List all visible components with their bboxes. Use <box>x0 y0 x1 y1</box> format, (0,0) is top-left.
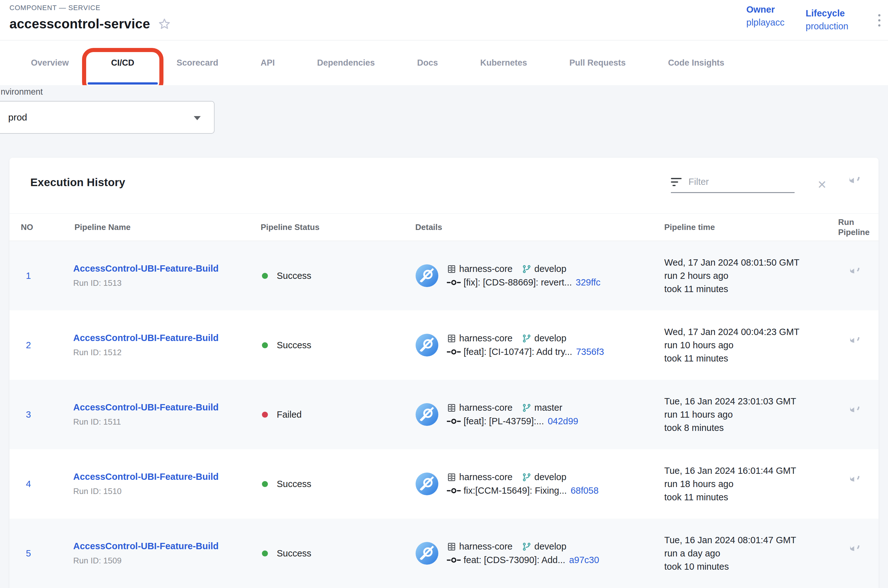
pipeline-name-link[interactable]: AccessControl-UBI-Feature-Build <box>73 541 219 551</box>
status-dot <box>262 412 268 418</box>
repository-icon <box>447 542 456 551</box>
more-options-kebab-icon[interactable] <box>873 10 885 30</box>
pipeline-time: Tue, 16 Jan 2024 23:01:03 GMT run 11 hou… <box>663 394 836 434</box>
git-commit-icon <box>447 348 461 356</box>
col-pipeline-status: Pipeline Status <box>259 222 413 232</box>
pipeline-time: Tue, 16 Jan 2024 16:01:44 GMT run 18 hou… <box>663 464 836 504</box>
branch-name: master <box>534 402 562 413</box>
run-pipeline-icon[interactable] <box>850 406 865 421</box>
tab-cicd[interactable]: CI/CD <box>100 40 145 85</box>
git-branch-icon <box>522 403 531 412</box>
tab-overview[interactable]: Overview <box>20 40 80 85</box>
harness-ci-module-icon[interactable] <box>415 542 439 565</box>
clear-filter-icon[interactable]: ✕ <box>817 179 827 190</box>
git-commit-icon <box>447 556 461 564</box>
status-label: Success <box>277 271 311 281</box>
col-pipeline-time: Pipeline time <box>663 222 836 232</box>
run-id: Run ID: 1509 <box>73 556 259 566</box>
pipeline-name-link[interactable]: AccessControl-UBI-Feature-Build <box>73 402 219 412</box>
pipeline-name-link[interactable]: AccessControl-UBI-Feature-Build <box>73 263 219 274</box>
table-header-row: NO Pipeline Name Pipeline Status Details… <box>9 213 879 241</box>
filter-icon <box>671 178 682 186</box>
commit-message: [feat]: [CI-10747]: Add try... <box>464 346 572 357</box>
status-label: Success <box>277 548 311 559</box>
tab-api[interactable]: API <box>250 40 285 85</box>
pipeline-time: Wed, 17 Jan 2024 00:04:23 GMT run 10 hou… <box>663 325 836 365</box>
git-branch-icon <box>522 472 531 482</box>
table-body: 1 AccessControl-UBI-Feature-Build Run ID… <box>9 241 879 588</box>
execution-history-title: Execution History <box>30 176 125 189</box>
repo-name: harness-core <box>459 402 512 413</box>
git-branch-icon <box>522 264 531 274</box>
repo-name: harness-core <box>459 264 512 274</box>
cicd-tab-content: nvironment prod Execution History ✕ <box>0 85 888 588</box>
page-title: accesscontrol-service <box>9 16 150 32</box>
lifecycle-label: Lifecycle <box>805 8 848 19</box>
row-number: 2 <box>9 340 72 351</box>
repository-icon <box>447 403 456 412</box>
run-pipeline-icon[interactable] <box>850 476 865 490</box>
environment-selected-value: prod <box>8 112 27 123</box>
repo-name: harness-core <box>459 542 512 552</box>
tab-docs[interactable]: Docs <box>406 40 449 85</box>
run-id: Run ID: 1511 <box>73 417 259 427</box>
status-label: Failed <box>277 410 302 420</box>
tab-bar: Overview CI/CD Scorecard API Dependencie… <box>0 40 888 85</box>
breadcrumb: COMPONENT — SERVICE <box>9 4 100 12</box>
status-label: Success <box>277 479 311 489</box>
filter-input[interactable] <box>688 177 808 187</box>
run-pipeline-icon[interactable] <box>850 268 865 282</box>
git-branch-icon <box>522 542 531 551</box>
repo-name: harness-core <box>459 333 512 344</box>
favorite-star-icon[interactable] <box>158 18 171 30</box>
harness-ci-module-icon[interactable] <box>415 264 439 287</box>
commit-hash-link[interactable]: 042d99 <box>548 416 578 426</box>
harness-ci-module-icon[interactable] <box>415 472 439 496</box>
harness-ci-module-icon[interactable] <box>415 403 439 426</box>
environment-select[interactable]: prod <box>0 101 215 134</box>
status-dot <box>262 550 268 556</box>
col-no: NO <box>9 222 72 232</box>
row-number: 1 <box>9 271 72 281</box>
git-commit-icon <box>447 417 461 425</box>
status-dot <box>262 481 268 487</box>
entity-header: COMPONENT — SERVICE accesscontrol-servic… <box>0 0 888 40</box>
pipeline-name-link[interactable]: AccessControl-UBI-Feature-Build <box>73 472 219 482</box>
commit-message: [feat]: [PL-43759]:... <box>464 416 544 426</box>
branch-name: develop <box>534 472 566 482</box>
git-commit-icon <box>447 279 461 286</box>
row-number: 5 <box>9 548 72 559</box>
run-id: Run ID: 1512 <box>73 348 259 357</box>
tab-code-insights[interactable]: Code Insights <box>657 40 735 85</box>
git-commit-icon <box>447 487 461 495</box>
repository-icon <box>447 334 456 343</box>
table-row: 2 AccessControl-UBI-Feature-Build Run ID… <box>9 310 879 380</box>
table-row: 4 AccessControl-UBI-Feature-Build Run ID… <box>9 449 879 519</box>
tab-kubernetes[interactable]: Kubernetes <box>470 40 538 85</box>
tab-scorecard[interactable]: Scorecard <box>166 40 229 85</box>
owner-label: Owner <box>746 4 784 15</box>
tab-pull-requests[interactable]: Pull Requests <box>559 40 637 85</box>
col-pipeline-name: Pipeline Name <box>72 222 259 232</box>
run-id: Run ID: 1510 <box>73 486 259 496</box>
environment-label: nvironment <box>1 87 43 97</box>
harness-ci-module-icon[interactable] <box>415 333 439 357</box>
owner-value-link[interactable]: plplayacc <box>746 17 784 28</box>
run-id: Run ID: 1513 <box>73 278 259 288</box>
lifecycle-value: production <box>805 21 848 32</box>
repository-icon <box>447 264 456 274</box>
commit-hash-link[interactable]: 68f058 <box>571 486 599 496</box>
status-label: Success <box>277 340 311 351</box>
tab-dependencies[interactable]: Dependencies <box>307 40 386 85</box>
pipeline-name-link[interactable]: AccessControl-UBI-Feature-Build <box>73 333 219 343</box>
filter-field[interactable] <box>671 177 795 193</box>
run-pipeline-icon[interactable] <box>850 545 865 560</box>
commit-hash-link[interactable]: 7356f3 <box>576 346 604 357</box>
run-pipeline-icon[interactable] <box>850 337 865 352</box>
status-dot <box>262 273 268 279</box>
table-row: 5 AccessControl-UBI-Feature-Build Run ID… <box>9 519 879 588</box>
commit-hash-link[interactable]: 329ffc <box>575 277 600 288</box>
reset-refresh-icon[interactable] <box>849 177 865 193</box>
row-number: 4 <box>9 479 72 489</box>
commit-hash-link[interactable]: a97c30 <box>569 555 599 565</box>
